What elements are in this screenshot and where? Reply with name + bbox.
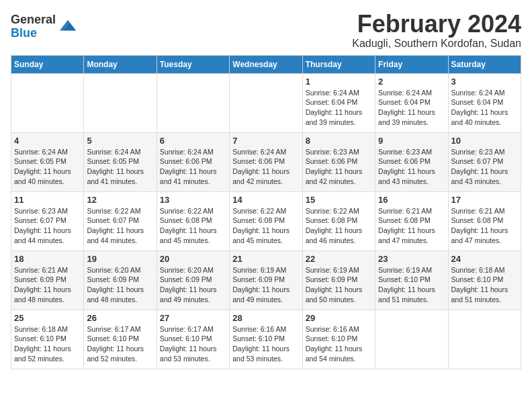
calendar-week-1: 1Sunrise: 6:24 AMSunset: 6:04 PMDaylight… — [11, 73, 521, 132]
day-info: Sunrise: 6:17 AMSunset: 6:10 PMDaylight:… — [160, 324, 226, 364]
header-row: Sunday Monday Tuesday Wednesday Thursday… — [11, 55, 521, 73]
calendar-header: Sunday Monday Tuesday Wednesday Thursday… — [11, 55, 521, 73]
calendar-cell — [157, 73, 229, 132]
calendar-cell — [230, 73, 302, 132]
day-info: Sunrise: 6:22 AMSunset: 6:08 PMDaylight:… — [160, 206, 226, 246]
day-info: Sunrise: 6:16 AMSunset: 6:10 PMDaylight:… — [232, 324, 299, 364]
day-number: 24 — [451, 254, 518, 264]
day-info: Sunrise: 6:20 AMSunset: 6:09 PMDaylight:… — [87, 265, 153, 305]
calendar-cell: 18Sunrise: 6:21 AMSunset: 6:09 PMDayligh… — [11, 250, 84, 310]
day-number: 4 — [14, 136, 81, 146]
day-number: 20 — [160, 254, 226, 264]
calendar-week-3: 11Sunrise: 6:23 AMSunset: 6:07 PMDayligh… — [11, 191, 521, 250]
calendar-cell: 24Sunrise: 6:18 AMSunset: 6:10 PMDayligh… — [448, 250, 521, 310]
day-number: 11 — [14, 195, 81, 205]
calendar-cell — [375, 310, 448, 369]
day-number: 12 — [87, 195, 153, 205]
day-info: Sunrise: 6:24 AMSunset: 6:06 PMDaylight:… — [160, 147, 226, 187]
calendar-week-2: 4Sunrise: 6:24 AMSunset: 6:05 PMDaylight… — [11, 132, 521, 191]
day-number: 10 — [451, 136, 518, 146]
calendar-cell: 21Sunrise: 6:19 AMSunset: 6:09 PMDayligh… — [230, 250, 302, 310]
day-number: 29 — [306, 313, 372, 323]
logo-blue: Blue — [11, 27, 56, 40]
day-info: Sunrise: 6:24 AMSunset: 6:05 PMDaylight:… — [14, 147, 81, 187]
calendar-cell: 3Sunrise: 6:24 AMSunset: 6:04 PMDaylight… — [448, 73, 521, 132]
day-number: 14 — [232, 195, 299, 205]
day-info: Sunrise: 6:22 AMSunset: 6:07 PMDaylight:… — [87, 206, 153, 246]
header-sunday: Sunday — [11, 55, 84, 73]
sub-title: Kadugli, Southern Kordofan, Sudan — [352, 38, 521, 50]
day-number: 3 — [451, 77, 518, 87]
main-title: February 2024 — [352, 11, 521, 38]
day-info: Sunrise: 6:24 AMSunset: 6:04 PMDaylight:… — [451, 88, 518, 128]
page-header: General Blue February 2024 Kadugli, Sout… — [11, 11, 521, 50]
calendar-cell: 27Sunrise: 6:17 AMSunset: 6:10 PMDayligh… — [157, 310, 229, 369]
calendar-cell: 20Sunrise: 6:20 AMSunset: 6:09 PMDayligh… — [157, 250, 229, 310]
day-number: 27 — [160, 313, 226, 323]
day-info: Sunrise: 6:19 AMSunset: 6:09 PMDaylight:… — [306, 265, 372, 305]
day-number: 6 — [160, 136, 226, 146]
calendar-cell: 23Sunrise: 6:19 AMSunset: 6:10 PMDayligh… — [375, 250, 448, 310]
day-number: 23 — [378, 254, 445, 264]
day-info: Sunrise: 6:23 AMSunset: 6:06 PMDaylight:… — [306, 147, 372, 187]
day-info: Sunrise: 6:18 AMSunset: 6:10 PMDaylight:… — [451, 265, 518, 305]
calendar-cell: 29Sunrise: 6:16 AMSunset: 6:10 PMDayligh… — [302, 310, 375, 369]
day-info: Sunrise: 6:16 AMSunset: 6:10 PMDaylight:… — [306, 324, 372, 364]
calendar-cell: 10Sunrise: 6:23 AMSunset: 6:07 PMDayligh… — [448, 132, 521, 191]
calendar-cell: 19Sunrise: 6:20 AMSunset: 6:09 PMDayligh… — [84, 250, 157, 310]
header-tuesday: Tuesday — [157, 55, 229, 73]
calendar-cell: 9Sunrise: 6:23 AMSunset: 6:06 PMDaylight… — [375, 132, 448, 191]
day-info: Sunrise: 6:19 AMSunset: 6:09 PMDaylight:… — [232, 265, 299, 305]
day-number: 25 — [14, 313, 81, 323]
header-saturday: Saturday — [448, 55, 521, 73]
calendar-cell: 2Sunrise: 6:24 AMSunset: 6:04 PMDaylight… — [375, 73, 448, 132]
day-info: Sunrise: 6:23 AMSunset: 6:07 PMDaylight:… — [14, 206, 81, 246]
calendar-cell: 8Sunrise: 6:23 AMSunset: 6:06 PMDaylight… — [302, 132, 375, 191]
day-number: 21 — [232, 254, 299, 264]
calendar-cell: 22Sunrise: 6:19 AMSunset: 6:09 PMDayligh… — [302, 250, 375, 310]
day-number: 28 — [232, 313, 299, 323]
calendar-body: 1Sunrise: 6:24 AMSunset: 6:04 PMDaylight… — [11, 73, 521, 369]
calendar-cell: 15Sunrise: 6:22 AMSunset: 6:08 PMDayligh… — [302, 191, 375, 250]
calendar-cell: 14Sunrise: 6:22 AMSunset: 6:08 PMDayligh… — [230, 191, 302, 250]
title-block: February 2024 Kadugli, Southern Kordofan… — [352, 11, 521, 50]
day-info: Sunrise: 6:21 AMSunset: 6:09 PMDaylight:… — [14, 265, 81, 305]
day-info: Sunrise: 6:23 AMSunset: 6:07 PMDaylight:… — [451, 147, 518, 187]
calendar-cell: 26Sunrise: 6:17 AMSunset: 6:10 PMDayligh… — [84, 310, 157, 369]
calendar-table: Sunday Monday Tuesday Wednesday Thursday… — [11, 55, 521, 369]
day-number: 1 — [306, 77, 372, 87]
calendar-cell: 16Sunrise: 6:21 AMSunset: 6:08 PMDayligh… — [375, 191, 448, 250]
day-info: Sunrise: 6:23 AMSunset: 6:06 PMDaylight:… — [378, 147, 445, 187]
calendar-cell: 12Sunrise: 6:22 AMSunset: 6:07 PMDayligh… — [84, 191, 157, 250]
logo-icon — [58, 17, 77, 36]
calendar-week-4: 18Sunrise: 6:21 AMSunset: 6:09 PMDayligh… — [11, 250, 521, 310]
day-info: Sunrise: 6:21 AMSunset: 6:08 PMDaylight:… — [451, 206, 518, 246]
day-number: 13 — [160, 195, 226, 205]
calendar-cell: 4Sunrise: 6:24 AMSunset: 6:05 PMDaylight… — [11, 132, 84, 191]
day-info: Sunrise: 6:24 AMSunset: 6:06 PMDaylight:… — [232, 147, 299, 187]
day-info: Sunrise: 6:20 AMSunset: 6:09 PMDaylight:… — [160, 265, 226, 305]
calendar-cell: 17Sunrise: 6:21 AMSunset: 6:08 PMDayligh… — [448, 191, 521, 250]
header-wednesday: Wednesday — [230, 55, 302, 73]
day-number: 9 — [378, 136, 445, 146]
logo-general: General — [11, 13, 56, 27]
day-info: Sunrise: 6:24 AMSunset: 6:04 PMDaylight:… — [378, 88, 445, 128]
calendar-week-5: 25Sunrise: 6:18 AMSunset: 6:10 PMDayligh… — [11, 310, 521, 369]
calendar-cell: 6Sunrise: 6:24 AMSunset: 6:06 PMDaylight… — [157, 132, 229, 191]
calendar-cell: 25Sunrise: 6:18 AMSunset: 6:10 PMDayligh… — [11, 310, 84, 369]
day-info: Sunrise: 6:24 AMSunset: 6:04 PMDaylight:… — [306, 88, 372, 128]
calendar-cell — [11, 73, 84, 132]
calendar-cell: 13Sunrise: 6:22 AMSunset: 6:08 PMDayligh… — [157, 191, 229, 250]
header-monday: Monday — [84, 55, 157, 73]
day-number: 5 — [87, 136, 153, 146]
day-number: 2 — [378, 77, 445, 87]
day-info: Sunrise: 6:22 AMSunset: 6:08 PMDaylight:… — [306, 206, 372, 246]
calendar-cell: 5Sunrise: 6:24 AMSunset: 6:05 PMDaylight… — [84, 132, 157, 191]
calendar-cell: 7Sunrise: 6:24 AMSunset: 6:06 PMDaylight… — [230, 132, 302, 191]
calendar-cell: 1Sunrise: 6:24 AMSunset: 6:04 PMDaylight… — [302, 73, 375, 132]
day-number: 7 — [232, 136, 299, 146]
header-thursday: Thursday — [302, 55, 375, 73]
calendar-cell: 28Sunrise: 6:16 AMSunset: 6:10 PMDayligh… — [230, 310, 302, 369]
day-info: Sunrise: 6:21 AMSunset: 6:08 PMDaylight:… — [378, 206, 445, 246]
day-number: 18 — [14, 254, 81, 264]
